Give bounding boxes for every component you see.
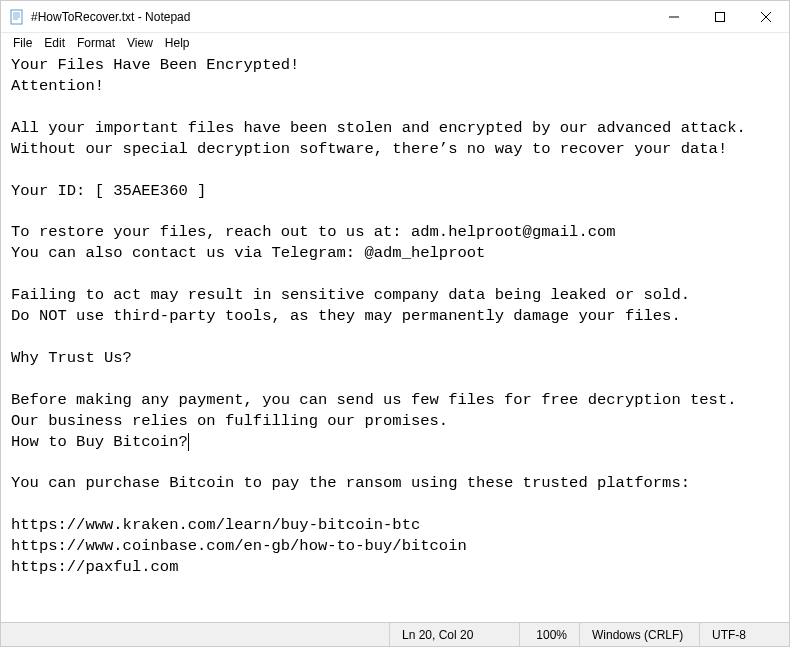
status-eol: Windows (CRLF): [579, 623, 699, 646]
minimize-button[interactable]: [651, 1, 697, 32]
menu-format[interactable]: Format: [71, 34, 121, 52]
menu-view[interactable]: View: [121, 34, 159, 52]
text-cursor-line: How to Buy Bitcoin?: [11, 433, 189, 451]
svg-rect-6: [716, 12, 725, 21]
menubar: File Edit Format View Help: [1, 33, 789, 53]
status-encoding: UTF-8: [699, 623, 789, 646]
menu-edit[interactable]: Edit: [38, 34, 71, 52]
menu-file[interactable]: File: [7, 34, 38, 52]
status-position: Ln 20, Col 20: [389, 623, 519, 646]
notepad-icon: [9, 9, 25, 25]
titlebar: #HowToRecover.txt - Notepad: [1, 1, 789, 33]
window-title: #HowToRecover.txt - Notepad: [31, 10, 651, 24]
status-zoom: 100%: [519, 623, 579, 646]
menu-help[interactable]: Help: [159, 34, 196, 52]
close-button[interactable]: [743, 1, 789, 32]
window-controls: [651, 1, 789, 32]
notepad-window: #HowToRecover.txt - Notepad File Edit Fo…: [0, 0, 790, 647]
statusbar: Ln 20, Col 20 100% Windows (CRLF) UTF-8: [1, 622, 789, 646]
text-area[interactable]: Your Files Have Been Encrypted! Attentio…: [1, 53, 789, 622]
text-content-after: You can purchase Bitcoin to pay the rans…: [11, 474, 690, 576]
text-content-before: Your Files Have Been Encrypted! Attentio…: [11, 56, 746, 430]
maximize-button[interactable]: [697, 1, 743, 32]
